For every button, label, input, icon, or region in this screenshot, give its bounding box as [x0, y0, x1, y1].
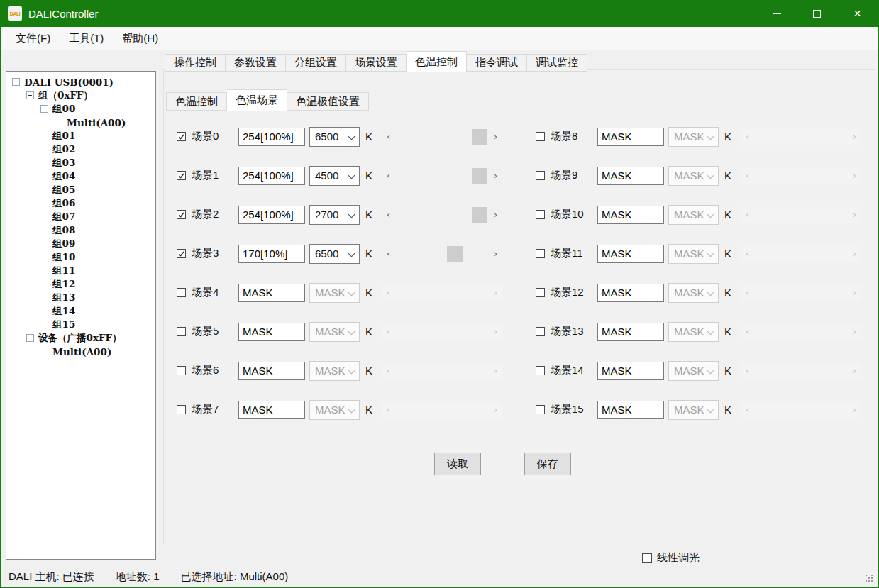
main-tab[interactable]: 参数设置 — [226, 54, 286, 72]
scroll-track[interactable] — [394, 168, 490, 184]
resize-grip[interactable] — [866, 575, 874, 583]
main-tab[interactable]: 分组设置 — [286, 54, 346, 72]
tree-item[interactable]: Multi(A00) — [6, 116, 155, 129]
tree-item[interactable]: 组00 — [6, 102, 155, 116]
tree-expander-icon[interactable] — [40, 105, 48, 113]
maximize-button[interactable] — [797, 0, 837, 27]
scene-checkbox[interactable] — [536, 288, 545, 297]
scene-value-input[interactable] — [238, 284, 305, 302]
menu-item[interactable]: 帮助(H) — [113, 28, 167, 49]
main-tab[interactable]: 操作控制 — [165, 54, 226, 72]
save-button[interactable]: 保存 — [524, 453, 571, 475]
scene-checkbox[interactable] — [177, 288, 186, 297]
main-tab[interactable]: 指令调试 — [467, 54, 527, 72]
scene-checkbox[interactable] — [177, 327, 186, 336]
scene-slider[interactable]: ‹› — [382, 168, 502, 184]
scene-checkbox[interactable] — [177, 171, 186, 180]
tree-item[interactable]: 组09 — [6, 237, 155, 250]
scene-temp-dropdown[interactable]: 2700 — [309, 205, 360, 225]
scroll-right-arrow-icon[interactable]: › — [490, 207, 502, 223]
scroll-right-arrow-icon[interactable]: › — [490, 129, 502, 145]
sub-tab[interactable]: 色温场景 — [227, 89, 287, 111]
close-button[interactable]: ✕ — [837, 0, 878, 27]
scroll-left-arrow-icon[interactable]: ‹ — [382, 168, 394, 184]
scroll-left-arrow-icon[interactable]: ‹ — [382, 129, 394, 145]
scene-checkbox[interactable] — [536, 405, 545, 414]
tree-expander-icon[interactable] — [26, 334, 34, 342]
tree-item[interactable]: 组07 — [6, 210, 155, 223]
device-tree[interactable]: DALI USB(0001)组（0xFF）组00Multi(A00)组01组02… — [6, 71, 156, 560]
scene-checkbox[interactable] — [536, 366, 545, 375]
scene-value-input[interactable] — [238, 128, 305, 146]
tree-item[interactable]: 组08 — [6, 223, 155, 237]
linear-dimming-checkbox[interactable] — [642, 553, 652, 563]
tree-item[interactable]: 组01 — [6, 129, 155, 143]
main-tab[interactable]: 场景设置 — [346, 54, 407, 72]
scene-value-input[interactable] — [597, 206, 664, 224]
scene-value-input[interactable] — [238, 323, 305, 341]
scroll-track[interactable] — [394, 207, 490, 223]
scene-value-input[interactable] — [238, 167, 305, 185]
tree-expander-icon[interactable] — [26, 91, 34, 99]
tree-item[interactable]: 组13 — [6, 291, 155, 304]
scene-value-input[interactable] — [238, 362, 305, 380]
scene-checkbox[interactable] — [177, 210, 186, 219]
tree-item[interactable]: 组11 — [6, 264, 155, 277]
scene-checkbox[interactable] — [177, 249, 186, 258]
scene-value-input[interactable] — [238, 245, 305, 263]
scene-value-input[interactable] — [238, 401, 305, 419]
scene-value-input[interactable] — [597, 323, 664, 341]
scene-checkbox[interactable] — [536, 171, 545, 180]
scroll-track[interactable] — [394, 129, 490, 145]
scene-temp-dropdown[interactable]: 6500 — [309, 127, 360, 147]
main-tab[interactable]: 色温控制 — [407, 51, 467, 72]
tree-item[interactable]: 设备（广播0xFF） — [6, 331, 155, 345]
scene-checkbox[interactable] — [177, 405, 186, 414]
scene-value-input[interactable] — [597, 284, 664, 302]
scroll-right-arrow-icon[interactable]: › — [490, 168, 502, 184]
scene-value-input[interactable] — [238, 206, 305, 224]
tree-item[interactable]: 组15 — [6, 318, 155, 331]
tree-item[interactable]: Multi(A00) — [6, 345, 155, 358]
scene-slider[interactable]: ‹› — [382, 207, 502, 223]
scene-temp-dropdown[interactable]: 6500 — [309, 244, 360, 264]
scroll-thumb[interactable] — [472, 129, 487, 145]
scroll-thumb[interactable] — [472, 207, 487, 223]
scene-checkbox[interactable] — [536, 210, 545, 219]
menu-item[interactable]: 工具(T) — [60, 28, 113, 49]
scene-checkbox[interactable] — [177, 366, 186, 375]
tree-item[interactable]: 组06 — [6, 196, 155, 210]
scene-value-input[interactable] — [597, 245, 664, 263]
scene-value-input[interactable] — [597, 401, 664, 419]
tree-item[interactable]: 组02 — [6, 143, 155, 156]
tree-expander-icon[interactable] — [12, 78, 20, 86]
scroll-track[interactable] — [394, 246, 490, 262]
tree-item[interactable]: DALI USB(0001) — [6, 75, 155, 89]
scroll-thumb[interactable] — [472, 168, 487, 184]
tree-item[interactable]: 组05 — [6, 183, 155, 196]
scene-checkbox[interactable] — [536, 327, 545, 336]
scroll-thumb[interactable] — [447, 246, 463, 262]
tree-item[interactable]: 组12 — [6, 277, 155, 291]
scene-checkbox[interactable] — [536, 132, 545, 141]
read-button[interactable]: 读取 — [434, 453, 481, 475]
tree-item[interactable]: 组03 — [6, 156, 155, 170]
scene-checkbox[interactable] — [536, 249, 545, 258]
tree-item[interactable]: 组（0xFF） — [6, 89, 155, 102]
scroll-left-arrow-icon[interactable]: ‹ — [382, 207, 394, 223]
scene-checkbox[interactable] — [177, 132, 186, 141]
main-tab[interactable]: 调试监控 — [527, 54, 587, 72]
minimize-button[interactable] — [756, 0, 797, 27]
tree-item[interactable]: 组04 — [6, 170, 155, 183]
sub-tab[interactable]: 色温极值设置 — [287, 92, 369, 111]
sub-tab[interactable]: 色温控制 — [166, 92, 227, 111]
tree-item[interactable]: 组14 — [6, 304, 155, 318]
scene-slider[interactable]: ‹› — [382, 129, 502, 145]
menu-item[interactable]: 文件(F) — [6, 28, 60, 49]
scene-value-input[interactable] — [597, 128, 664, 146]
scroll-right-arrow-icon[interactable]: › — [490, 246, 502, 262]
scene-value-input[interactable] — [597, 167, 664, 185]
scene-value-input[interactable] — [597, 362, 664, 380]
scroll-left-arrow-icon[interactable]: ‹ — [382, 246, 394, 262]
scene-temp-dropdown[interactable]: 4500 — [309, 166, 360, 186]
